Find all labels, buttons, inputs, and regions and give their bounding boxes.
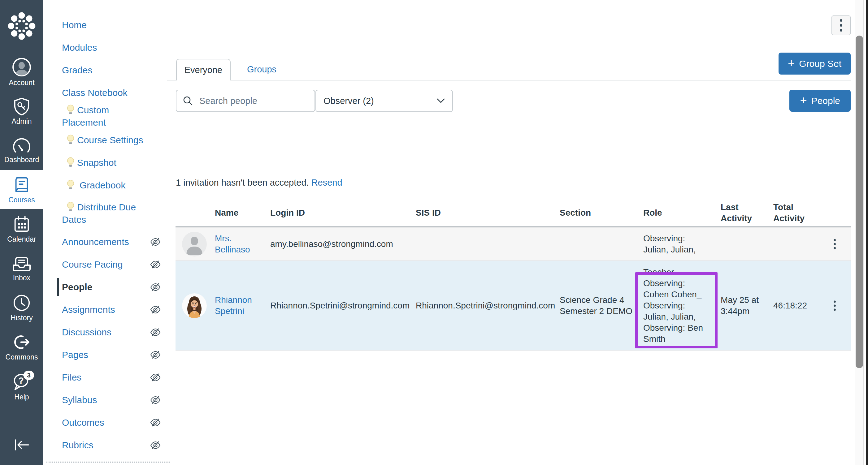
tab-everyone[interactable]: Everyone: [176, 59, 230, 80]
course-nav-label: Distribute Due Dates: [62, 201, 155, 226]
collapse-arrow-icon: [11, 438, 32, 452]
lightbulb-icon: [67, 134, 74, 145]
lightbulb-icon: [67, 201, 74, 212]
global-nav-history[interactable]: History: [0, 288, 43, 327]
hidden-eye-icon: [150, 350, 161, 360]
global-nav-courses[interactable]: Courses: [0, 170, 43, 209]
user-name-link[interactable]: Mrs. Bellinaso: [215, 233, 266, 255]
course-nav-grades[interactable]: Grades: [43, 59, 173, 81]
course-nav-modules[interactable]: Modules: [43, 36, 173, 59]
course-nav-course-pacing[interactable]: Course Pacing: [43, 253, 173, 276]
add-people-button[interactable]: + People: [789, 90, 851, 112]
global-nav-account[interactable]: Account: [0, 52, 43, 91]
people-page: + Group Set Everyone Groups Observer (2)…: [167, 0, 851, 465]
dashboard-gauge-icon: [12, 137, 32, 154]
course-nav-label: Home: [62, 19, 87, 31]
user-name-cell: Rhiannon Spetrini: [213, 261, 270, 350]
inbox-icon: [12, 255, 32, 272]
add-group-set-button[interactable]: + Group Set: [778, 53, 851, 74]
hidden-eye-icon: [150, 260, 161, 269]
course-nav-pages[interactable]: Pages: [43, 343, 173, 366]
user-name-cell: Mrs. Bellinaso: [213, 227, 270, 261]
page-options-kebab-button[interactable]: [832, 15, 851, 35]
course-nav-label: Snapshot: [62, 157, 116, 169]
people-table: Name Login ID SIS ID Section Role Last A…: [176, 199, 851, 351]
course-nav-snapshot[interactable]: Snapshot: [43, 151, 173, 174]
calendar-icon: [12, 215, 31, 234]
page-scrollbar-thumb[interactable]: [856, 36, 863, 368]
global-nav-help[interactable]: ? 3 Help: [0, 366, 43, 406]
table-row: Rhiannon Spetrini Rhiannon.Spetrini@stro…: [176, 261, 851, 351]
global-nav-label: Account: [9, 79, 34, 86]
course-nav-label: Class Notebook: [62, 87, 127, 99]
global-nav-dashboard[interactable]: Dashboard: [0, 131, 43, 170]
search-people-input[interactable]: [199, 96, 308, 106]
window-right-edge: [866, 0, 868, 465]
table-row: Mrs. Bellinaso amy.bellinaso@strongmind.…: [176, 227, 851, 261]
login-id-cell: amy.bellinaso@strongmind.com: [270, 227, 416, 261]
role-primary-text: Teacher: [643, 267, 674, 278]
tab-bar-divider: [167, 80, 851, 80]
global-nav-label: History: [10, 314, 33, 322]
tab-groups[interactable]: Groups: [241, 59, 283, 80]
course-nav-label: Syllabus: [62, 394, 97, 406]
course-nav-gradebook[interactable]: Gradebook: [43, 174, 173, 196]
course-nav-distribute-due-dates[interactable]: Distribute Due Dates: [43, 196, 173, 231]
header-sis-id: SIS ID: [416, 199, 560, 227]
role-filter-select[interactable]: Observer (2): [315, 90, 453, 112]
course-nav-outcomes[interactable]: Outcomes: [43, 411, 173, 434]
header-section: Section: [560, 199, 643, 227]
plus-icon: +: [800, 94, 807, 106]
global-nav-commons[interactable]: Commons: [0, 327, 43, 366]
course-nav-label: Discussions: [62, 326, 112, 338]
canvas-logo-icon: [5, 9, 38, 42]
row-options-kebab-button[interactable]: [823, 227, 851, 261]
course-nav-rubrics[interactable]: Rubrics: [43, 434, 173, 456]
course-nav-people[interactable]: People: [43, 276, 173, 298]
course-nav-syllabus[interactable]: Syllabus: [43, 389, 173, 411]
course-nav: Home Modules Grades Class Notebook Custo…: [43, 0, 173, 465]
row-options-kebab-button[interactable]: [823, 261, 851, 350]
commons-share-icon: [12, 333, 32, 352]
collapse-sidebar-button[interactable]: [0, 425, 43, 465]
course-nav-label: Files: [62, 371, 82, 384]
help-badge: 3: [24, 371, 34, 380]
login-id-cell: Rhiannon.Spetrini@strongmind.com: [270, 261, 416, 350]
course-nav-files[interactable]: Files: [43, 366, 173, 389]
resend-invitation-link[interactable]: Resend: [311, 177, 342, 188]
hidden-eye-icon: [150, 305, 161, 314]
global-nav-label: Admin: [11, 118, 32, 125]
global-nav-label: Calendar: [7, 236, 36, 243]
header-last-activity: Last Activity: [721, 199, 773, 227]
course-nav-class-notebook[interactable]: Class Notebook: [43, 81, 173, 104]
course-nav-course-settings[interactable]: Course Settings: [43, 129, 173, 151]
global-nav-admin[interactable]: Admin: [0, 91, 43, 131]
course-nav-label: Pages: [62, 349, 88, 361]
canvas-logo[interactable]: [0, 0, 43, 52]
hidden-eye-icon: [150, 440, 161, 450]
global-nav-calendar[interactable]: Calendar: [0, 209, 43, 248]
global-nav-label: Dashboard: [4, 156, 39, 163]
avatar[interactable]: [176, 261, 213, 350]
header-name: Name: [213, 199, 270, 227]
course-nav-label: Rubrics: [62, 439, 93, 452]
hidden-eye-icon: [150, 395, 161, 405]
table-header-row: Name Login ID SIS ID Section Role Last A…: [176, 199, 851, 227]
course-nav-assignments[interactable]: Assignments: [43, 298, 173, 321]
global-nav-rail: Account Admin Dashboard Courses: [0, 0, 43, 465]
global-nav-label: Inbox: [13, 274, 30, 281]
course-nav-custom-placement[interactable]: Custom Placement: [43, 104, 173, 129]
global-nav-label: Courses: [8, 196, 35, 204]
course-nav-home[interactable]: Home: [43, 13, 173, 36]
course-nav-announcements[interactable]: Announcements: [43, 231, 173, 253]
last-activity-cell: [721, 227, 773, 261]
total-activity-cell: [773, 227, 823, 261]
avatar[interactable]: [176, 227, 213, 261]
global-nav-inbox[interactable]: Inbox: [0, 248, 43, 288]
hidden-eye-icon: [150, 328, 161, 337]
course-nav-label: Custom Placement: [62, 104, 155, 129]
course-nav-discussions[interactable]: Discussions: [43, 321, 173, 343]
add-people-label: People: [811, 96, 840, 106]
user-name-link[interactable]: Rhiannon Spetrini: [215, 295, 266, 317]
hidden-eye-icon: [150, 373, 161, 382]
